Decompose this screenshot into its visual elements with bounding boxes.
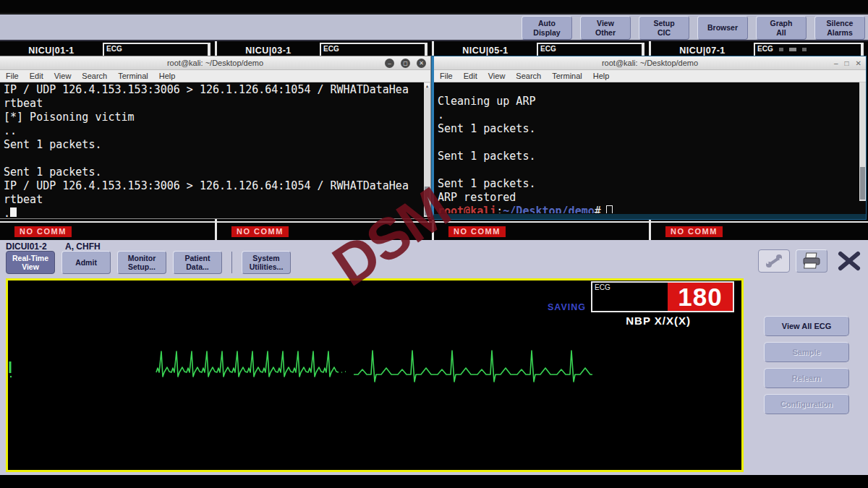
terminal-line: rtbeat <box>4 97 422 111</box>
terminal-line: . <box>4 207 422 217</box>
tile-footer: NO COMM <box>217 221 432 241</box>
terminal-line: [*] Poisoning victim <box>4 111 422 124</box>
nav-divider <box>231 252 232 273</box>
terminal-output[interactable]: Cleaning up ARP . Sent 1 packets. Sent 1… <box>434 82 866 213</box>
tile-name: NICU|07-1 <box>651 46 754 56</box>
cic-toolbar: Auto Display View Other Setup CIC Browse… <box>0 14 868 41</box>
close-icon <box>837 251 861 271</box>
terminal-menubar: File Edit View Search Terminal Help <box>0 70 430 82</box>
tile-footer: NO COMM <box>651 221 868 241</box>
maximize-icon[interactable]: □ <box>845 59 849 68</box>
view-other-button[interactable]: View Other <box>580 16 631 40</box>
printer-icon <box>801 252 822 270</box>
ecg-label: ECG <box>595 283 610 291</box>
menu-help[interactable]: Help <box>593 72 610 80</box>
ecg-side-buttons: View All ECG Sample Relearn Configuratio… <box>764 316 849 414</box>
nbp-value: NBP X/X(X) <box>626 314 691 327</box>
terminal-prompt-line: root@kali:~/Desktop/demo# <box>438 205 857 213</box>
menu-file[interactable]: File <box>6 72 19 80</box>
terminal-line: Cleaning up ARP <box>438 95 857 108</box>
scrollbar-thumb[interactable] <box>425 187 430 215</box>
terminal-line: IP / UDP 126.4.153.153:3006 > 126.1.126.… <box>4 179 422 193</box>
terminal-scrollbar[interactable]: ▲ <box>424 82 430 217</box>
terminal-window-cleanup[interactable]: root@kali: ~/Desktop/demo – □ ✕ File Edi… <box>432 56 866 219</box>
tile-indicator-icon <box>789 48 796 51</box>
heart-rate-alarm-block: 180 <box>668 283 733 311</box>
scroll-up-icon[interactable]: ▲ <box>425 83 430 88</box>
tile-name: NICU|01-1 <box>0 46 103 56</box>
no-comm-badge: NO COMM <box>14 226 72 237</box>
scrollbar-thumb[interactable] <box>860 167 865 200</box>
no-comm-badge: NO COMM <box>448 226 506 237</box>
ecg-panel: ECG 180 SAVING NBP X/X(X) <box>6 278 744 472</box>
print-button[interactable] <box>796 249 827 273</box>
ecg-parameter-box[interactable]: ECG 180 <box>591 281 734 312</box>
tile-footer: NO COMM <box>0 221 215 241</box>
terminal-line: . <box>438 108 857 122</box>
minimize-icon[interactable]: – <box>385 59 394 68</box>
browser-button[interactable]: Browser <box>697 16 748 40</box>
terminal-line: Sent 1 packets. <box>438 150 857 163</box>
terminal-line: Sent 1 packets. <box>438 177 857 191</box>
cic-toolbar-buttons: Auto Display View Other Setup CIC Browse… <box>522 16 865 40</box>
system-utilities-button[interactable]: System Utilities... <box>242 251 291 274</box>
wrench-button[interactable] <box>758 249 790 273</box>
admit-button[interactable]: Admit <box>61 251 111 274</box>
menu-terminal[interactable]: Terminal <box>118 72 148 80</box>
close-icon[interactable]: ✕ <box>856 59 861 68</box>
terminal-title: root@kali: ~/Desktop/demo <box>602 59 698 67</box>
minimize-icon[interactable]: – <box>834 59 838 68</box>
prompt-path: ~/Desktop/demo <box>503 205 594 213</box>
terminal-titlebar[interactable]: root@kali: ~/Desktop/demo – □ ✕ <box>434 56 866 70</box>
menu-search[interactable]: Search <box>516 72 541 80</box>
app-nav: Real-Time View Admit Monitor Setup... Pa… <box>6 251 291 274</box>
silence-alarms-button[interactable]: Silence Alarms <box>814 16 865 40</box>
terminal-window-attacker[interactable]: root@kali: ~/Desktop/demo – ◻ ✕ File Edi… <box>0 56 430 218</box>
terminal-titlebar[interactable]: root@kali: ~/Desktop/demo – ◻ ✕ <box>0 56 430 70</box>
terminal-scrollbar[interactable]: ▲ <box>859 82 866 201</box>
sample-button[interactable]: Sample <box>764 342 849 362</box>
menu-view[interactable]: View <box>488 72 506 80</box>
tile-name: NICU|05-1 <box>434 46 537 56</box>
menu-file[interactable]: File <box>440 72 453 80</box>
menu-edit[interactable]: Edit <box>30 72 43 80</box>
terminal-line <box>438 163 857 177</box>
close-icon[interactable]: ✕ <box>417 59 426 68</box>
close-button[interactable] <box>833 249 865 273</box>
terminal-line: ARP restored <box>438 191 857 205</box>
terminal-cursor <box>606 205 613 213</box>
bottom-black-bar <box>0 475 868 488</box>
terminal-line <box>4 152 422 166</box>
terminal-title: root@kali: ~/Desktop/demo <box>167 59 263 67</box>
graph-all-button[interactable]: Graph All <box>756 16 807 40</box>
terminal-line: Sent 1 packets. <box>438 122 857 136</box>
terminal-menubar: File Edit View Search Terminal Help <box>434 70 866 82</box>
terminal-output[interactable]: IP / UDP 126.4.153.153:3006 > 126.1.126.… <box>0 82 430 217</box>
tile-name: NICU|03-1 <box>217 46 320 56</box>
auto-display-button[interactable]: Auto Display <box>522 16 572 40</box>
configuration-button[interactable]: Configuration <box>764 394 849 414</box>
menu-edit[interactable]: Edit <box>464 72 477 80</box>
menu-help[interactable]: Help <box>159 72 176 80</box>
maximize-icon[interactable]: ◻ <box>401 59 410 68</box>
terminal-line <box>438 136 857 150</box>
heart-rate-value: 180 <box>678 283 722 312</box>
patient-name: A, CHFH <box>65 241 101 252</box>
app-icon-buttons <box>758 249 865 273</box>
menu-view[interactable]: View <box>54 72 72 80</box>
patient-data-button[interactable]: Patient Data... <box>173 251 222 274</box>
relearn-button[interactable]: Relearn <box>764 368 849 388</box>
view-all-ecg-button[interactable]: View All ECG <box>764 316 849 336</box>
terminal-line: IP / UDP 126.4.153.153:3006 > 126.1.126.… <box>4 83 422 97</box>
monitor-setup-button[interactable]: Monitor Setup... <box>117 251 166 274</box>
prompt-user: root@kali <box>438 205 496 213</box>
menu-terminal[interactable]: Terminal <box>552 72 582 80</box>
no-comm-badge: NO COMM <box>231 226 289 237</box>
terminal-line: Sent 1 packets. <box>4 166 422 179</box>
terminal-line: rtbeat <box>4 193 422 207</box>
menu-search[interactable]: Search <box>82 72 107 80</box>
setup-cic-button[interactable]: Setup CIC <box>639 16 689 40</box>
terminal-line: Sent 1 packets. <box>4 138 422 152</box>
top-black-bar <box>0 0 868 14</box>
real-time-view-button[interactable]: Real-Time View <box>6 251 55 274</box>
